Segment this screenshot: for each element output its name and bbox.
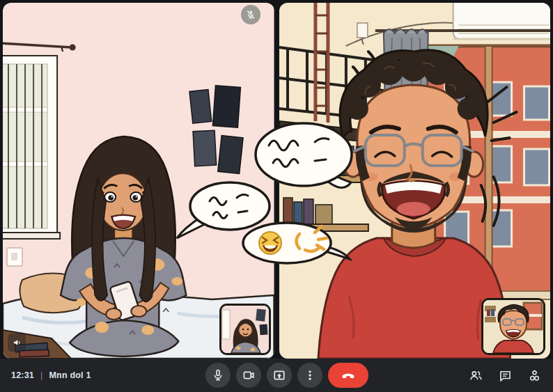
mic-button[interactable] (205, 363, 231, 388)
camera-button[interactable] (236, 363, 261, 388)
control-bar: 12:31 | Mnn dol 1 (0, 359, 553, 392)
call-controls (205, 363, 368, 388)
separator: | (40, 370, 42, 380)
meeting-info: 12:31 | Mnn dol 1 (11, 359, 91, 392)
activities-button[interactable] (526, 367, 543, 384)
participant-tile-left[interactable] (3, 3, 274, 359)
activities-icon (527, 368, 542, 383)
clock-time: 12:31 (11, 370, 34, 380)
present-screen-button[interactable] (267, 363, 292, 388)
self-view-pip-right[interactable] (481, 298, 545, 355)
more-options-icon (302, 368, 318, 383)
more-options-button[interactable] (297, 363, 322, 388)
pip-right-scene (483, 300, 543, 353)
chat-button[interactable] (497, 367, 514, 384)
end-call-icon (340, 367, 357, 384)
participants-button[interactable] (467, 367, 485, 384)
present-screen-icon (272, 368, 287, 383)
mic-muted-indicator (241, 5, 260, 24)
video-call-window: 12:31 | Mnn dol 1 (0, 0, 553, 392)
meeting-name: Mnn dol 1 (49, 370, 91, 380)
chat-icon (498, 368, 513, 383)
pip-left-scene (221, 306, 269, 353)
self-view-pip-left[interactable] (219, 304, 271, 355)
microphone-icon (210, 368, 226, 383)
panel-controls (467, 359, 543, 392)
participant-tile-right[interactable] (279, 3, 551, 359)
video-grid (0, 0, 553, 359)
mic-off-icon (244, 8, 257, 21)
audio-indicator (8, 334, 26, 352)
participants-icon (469, 368, 483, 383)
camera-icon (241, 368, 256, 383)
end-call-button[interactable] (328, 363, 368, 388)
speaker-icon (11, 337, 22, 348)
